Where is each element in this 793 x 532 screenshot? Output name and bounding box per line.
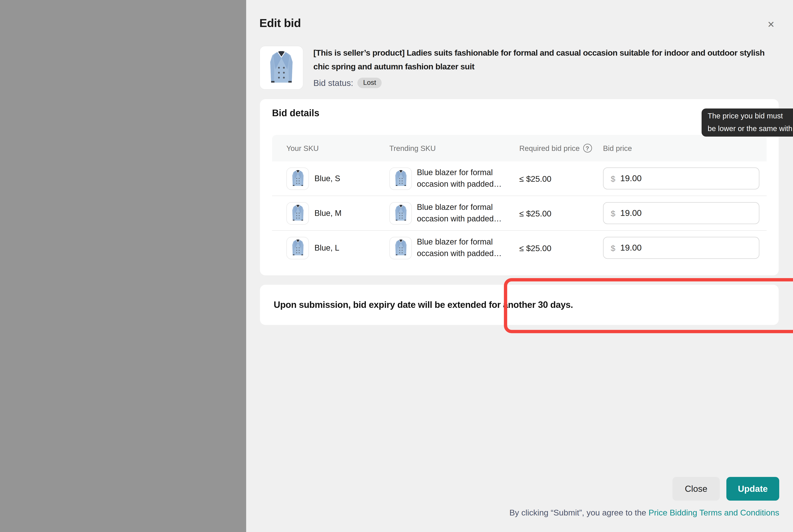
column-header-your-sku: Your SKU [272, 144, 389, 152]
column-header-bid-price: Bid price [603, 144, 767, 152]
modal-backdrop[interactable] [0, 0, 246, 532]
column-header-trending-sku: Trending SKU [389, 144, 519, 152]
tooltip-line-2: be lower or the same with this price [708, 122, 793, 135]
required-bid-price-tooltip: The price you bid must be lower or the s… [701, 109, 793, 137]
agreement-text: By clicking “Submit”, you agree to the P… [509, 508, 779, 517]
your-sku-value: Blue, S [314, 174, 340, 183]
bid-price-field[interactable]: $ [603, 202, 759, 224]
required-bid-price-value: ≤ $25.00 [519, 209, 603, 218]
currency-symbol: $ [611, 209, 615, 218]
required-bid-price-value: ≤ $25.00 [519, 243, 603, 253]
bid-price-input[interactable] [620, 243, 730, 253]
sku-image [286, 167, 309, 190]
trending-sku-value: Blue blazer for formal occasion with pad… [417, 202, 511, 225]
modal-actions: Close Update [672, 477, 779, 500]
bid-details-card: Bid details Your SKU Trending SKU Requir… [260, 99, 779, 276]
update-button[interactable]: Update [727, 477, 779, 500]
sku-image [286, 236, 309, 259]
bid-details-heading: Bid details [272, 108, 320, 119]
bid-price-field[interactable]: $ [603, 167, 759, 189]
trending-sku-value: Blue blazer for formal occasion with pad… [417, 167, 511, 190]
currency-symbol: $ [611, 243, 615, 253]
edit-bid-modal: Edit bid ✕ [This is seller’s product] La… [246, 0, 793, 532]
terms-link[interactable]: Price Bidding Terms and Conditions [649, 508, 779, 517]
bid-price-input[interactable] [620, 173, 730, 184]
your-sku-value: Blue, L [314, 243, 339, 252]
page-title: Edit bid [259, 17, 301, 30]
currency-symbol: $ [611, 174, 615, 183]
bid-price-field[interactable]: $ [603, 237, 759, 259]
trending-sku-value: Blue blazer for formal occasion with pad… [417, 236, 511, 260]
table-row: Blue, L Blue blazer for formal occasion … [272, 231, 767, 265]
your-sku-value: Blue, M [314, 209, 342, 217]
close-button[interactable]: Close [672, 477, 720, 500]
product-summary: [This is seller’s product] Ladies suits … [259, 46, 779, 90]
table-header: Your SKU Trending SKU Required bid price… [272, 135, 767, 162]
trending-sku-image [389, 236, 412, 259]
agreement-prefix: By clicking “Submit”, you agree to the [509, 508, 649, 517]
status-badge: Lost [357, 78, 382, 88]
sku-image [286, 202, 309, 225]
expiry-notice-text: Upon submission, bid expiry date will be… [274, 300, 573, 310]
tooltip-line-1: The price you bid must [708, 110, 793, 122]
screen: Edit bid ✕ [This is seller’s product] La… [0, 0, 793, 532]
column-header-required-bid-price: Required bid price ? [519, 144, 603, 153]
table-row: Blue, S Blue blazer for formal occasion … [272, 162, 767, 196]
trending-sku-image [389, 202, 412, 225]
product-image [259, 46, 304, 90]
bid-status-row: Bid status: Lost [313, 78, 779, 88]
expiry-notice-bar: Upon submission, bid expiry date will be… [260, 285, 779, 325]
bid-status-label: Bid status: [313, 78, 353, 88]
bid-details-table: Your SKU Trending SKU Required bid price… [272, 135, 767, 265]
help-icon[interactable]: ? [583, 144, 592, 153]
table-row: Blue, M Blue blazer for formal occasion … [272, 196, 767, 231]
trending-sku-image [389, 167, 412, 190]
product-title: [This is seller’s product] Ladies suits … [313, 46, 779, 73]
close-icon[interactable]: ✕ [765, 18, 778, 31]
bid-price-input[interactable] [620, 208, 730, 218]
required-bid-price-value: ≤ $25.00 [519, 174, 603, 183]
